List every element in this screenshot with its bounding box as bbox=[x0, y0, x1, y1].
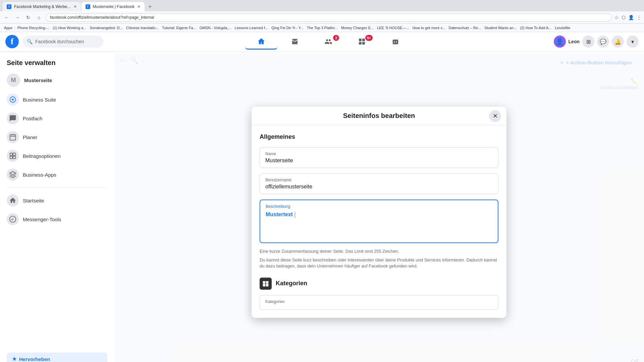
name-field-group: Name Musterseite bbox=[260, 147, 498, 168]
tab1-title: Facebook Marketing & Werbe... bbox=[14, 4, 71, 9]
bookmark-lessons[interactable]: Lessons Learned f... bbox=[233, 26, 270, 30]
bookmark-top3[interactable]: The Top 3 Platfor... bbox=[306, 26, 339, 30]
business-apps-icon bbox=[7, 169, 19, 181]
messenger-tools-icon bbox=[7, 213, 19, 225]
tab2-favicon: f bbox=[86, 4, 90, 9]
planer-label: Planer bbox=[23, 134, 37, 140]
page-name-label: Musterseite bbox=[24, 77, 52, 83]
bookmark-lee[interactable]: LEE 'S HOUSE—... bbox=[376, 26, 411, 30]
name-field[interactable]: Name Musterseite bbox=[260, 147, 498, 168]
messenger-tools-label: Messenger-Tools bbox=[23, 217, 61, 222]
nav-home[interactable] bbox=[245, 34, 277, 50]
facebook-logo[interactable]: f bbox=[5, 35, 19, 48]
tab2-close[interactable]: ✕ bbox=[137, 4, 141, 9]
sidebar-divider bbox=[7, 187, 107, 188]
search-icon: 🔍 bbox=[27, 39, 33, 44]
bookmark-less[interactable]: Lessleflie bbox=[553, 26, 572, 30]
beitragsoptionen-icon bbox=[7, 150, 19, 162]
sidebar-item-business-suite[interactable]: Business Suite bbox=[3, 91, 111, 108]
svg-rect-14 bbox=[263, 284, 266, 287]
svg-rect-1 bbox=[362, 39, 365, 41]
browser-tab-2[interactable]: f Musterseite | Facebook ✕ bbox=[82, 2, 145, 11]
menu-icon[interactable]: ⋮ bbox=[637, 15, 641, 20]
bookmark-sonder[interactable]: Sonderangebot: D... bbox=[88, 26, 124, 30]
bookmark-gmsn[interactable]: GMSN - Vologda,... bbox=[198, 26, 233, 30]
profile-area[interactable]: 👤 Leon bbox=[554, 36, 580, 48]
highlight-icon: ★ bbox=[12, 356, 16, 362]
nav-groups[interactable]: 9+ bbox=[346, 34, 378, 50]
profile-icon[interactable]: 👤 bbox=[628, 15, 634, 20]
nav-friends[interactable]: 2 bbox=[312, 34, 344, 50]
tab1-close[interactable]: ✕ bbox=[73, 4, 77, 9]
modal-close-button[interactable]: ✕ bbox=[489, 110, 501, 122]
home-browser-button[interactable]: ⌂ bbox=[35, 13, 43, 21]
svg-rect-8 bbox=[13, 153, 15, 156]
notifications-button[interactable]: 🔔 bbox=[612, 36, 624, 48]
description-value: Mustertext bbox=[266, 212, 293, 217]
browser-tab-1[interactable]: f Facebook Marketing & Werbe... ✕ bbox=[3, 2, 81, 11]
search-placeholder-text: Facebook durchsuchen bbox=[35, 39, 84, 44]
sidebar-item-startseite[interactable]: Startseite bbox=[3, 192, 111, 209]
bookmark-student[interactable]: Student Wants an... bbox=[483, 26, 518, 30]
highlight-button[interactable]: ★ Hervorheben bbox=[7, 353, 107, 362]
new-tab-button[interactable]: + bbox=[145, 2, 155, 11]
sidebar-item-beitragsoptionen[interactable]: Beitragsoptionen bbox=[3, 147, 111, 165]
sidebar-item-postfach[interactable]: Postfach bbox=[3, 110, 111, 127]
address-bar[interactable]: facebook.com/offiziellmusterseite/about?… bbox=[46, 13, 612, 21]
bookmark-chinese[interactable]: Chinese translatio... bbox=[125, 26, 160, 30]
planer-icon bbox=[7, 131, 19, 143]
sidebar-page-item[interactable]: M Musterseite bbox=[3, 71, 111, 89]
sidebar-title: Seite verwalten bbox=[3, 56, 111, 69]
more-button[interactable]: ▾ bbox=[627, 36, 639, 48]
browser-toolbar: ← → ↻ ⌂ facebook.com/offiziellmusterseit… bbox=[0, 11, 644, 23]
svg-rect-15 bbox=[266, 284, 269, 287]
svg-rect-0 bbox=[359, 39, 362, 41]
bookmark-apps[interactable]: Apps bbox=[3, 26, 14, 30]
username-label: Benutzername bbox=[265, 178, 493, 182]
browser-tabs: f Facebook Marketing & Werbe... ✕ f Must… bbox=[0, 0, 644, 11]
modal-body: Allgemeines Name Musterseite Benutzernam… bbox=[252, 125, 506, 318]
svg-rect-10 bbox=[13, 156, 15, 159]
bookmark-how[interactable]: (1) How Working a... bbox=[51, 26, 88, 30]
sidebar-item-business-apps[interactable]: Business-Apps bbox=[3, 166, 111, 183]
svg-rect-2 bbox=[359, 42, 362, 45]
tab1-favicon: f bbox=[7, 4, 11, 9]
username-label: Leon bbox=[569, 39, 580, 44]
kategorien-section: Kategorien Kategorien bbox=[260, 278, 498, 310]
refresh-button[interactable]: ↻ bbox=[24, 13, 32, 21]
name-label: Name bbox=[265, 152, 493, 156]
username-field-group: Benutzername offiziellemusterseite bbox=[260, 173, 498, 194]
messenger-button[interactable]: 💬 bbox=[597, 36, 609, 48]
fb-header-actions: 👤 Leon ⊞ 💬 🔔 ▾ bbox=[554, 36, 639, 48]
star-icon[interactable]: ☆ bbox=[614, 15, 619, 20]
kategorien-input[interactable]: Kategorien bbox=[260, 295, 498, 310]
grid-button[interactable]: ⊞ bbox=[582, 36, 594, 48]
bookmark-action[interactable]: (2) How To Add A... bbox=[519, 26, 553, 30]
bookmark-money[interactable]: Money Charges E... bbox=[340, 26, 375, 30]
svg-rect-12 bbox=[263, 281, 266, 284]
nav-marketplace[interactable] bbox=[379, 34, 412, 50]
search-bar[interactable]: 🔍 Facebook durchsuchen bbox=[23, 36, 103, 48]
nav-store[interactable] bbox=[279, 34, 311, 50]
close-icon: ✕ bbox=[493, 112, 498, 120]
sidebar-item-planer[interactable]: Planer bbox=[3, 128, 111, 146]
bookmark-tutorial[interactable]: Tutorial: Eigene Fa... bbox=[161, 26, 198, 30]
bookmark-qing[interactable]: Qing Fei De Yi - Y... bbox=[270, 26, 305, 30]
extension-icon[interactable]: ⬡ bbox=[622, 15, 626, 20]
sidebar-item-messenger-tools[interactable]: Messenger-Tools bbox=[3, 210, 111, 228]
facebook-header: f 🔍 Facebook durchsuchen 2 9+ 👤 Leon bbox=[0, 32, 644, 51]
modal-header: Seiteninfos bearbeiten ✕ bbox=[252, 107, 506, 125]
username-field[interactable]: Benutzername offiziellemusterseite bbox=[260, 173, 498, 194]
bookmark-phone[interactable]: Phone Recycling-... bbox=[16, 26, 51, 30]
friends-badge: 2 bbox=[333, 35, 339, 41]
bookmark-datenschutz[interactable]: Datenschutz – Re... bbox=[447, 26, 482, 30]
postfach-label: Postfach bbox=[23, 116, 42, 121]
bookmark-more[interactable]: How to get more v... bbox=[411, 26, 447, 30]
modal: Seiteninfos bearbeiten ✕ Allgemeines Nam… bbox=[252, 107, 506, 318]
svg-rect-7 bbox=[10, 153, 12, 156]
allgemeines-title: Allgemeines bbox=[260, 133, 498, 140]
business-apps-label: Business-Apps bbox=[23, 172, 56, 178]
forward-button[interactable]: → bbox=[13, 13, 21, 21]
back-button[interactable]: ← bbox=[3, 13, 11, 21]
description-textarea[interactable]: Beschreibung Mustertext bbox=[260, 199, 498, 243]
